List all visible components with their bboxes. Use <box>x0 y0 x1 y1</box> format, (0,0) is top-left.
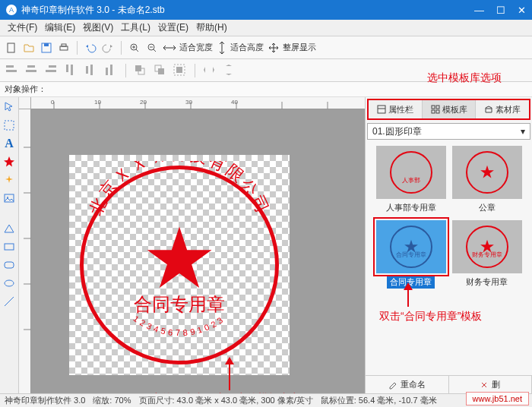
align-left-icon[interactable] <box>5 63 20 78</box>
svg-rect-13 <box>66 65 68 72</box>
status-app: 神奇印章制作软件 3.0 <box>5 395 85 406</box>
template-item-selected[interactable]: 合同专用章 合同专用章 <box>376 220 446 289</box>
arrow-head-icon <box>225 357 234 364</box>
tab-templates[interactable]: 模板库 <box>423 100 477 118</box>
svg-point-30 <box>5 280 14 286</box>
menu-tools[interactable]: 工具(L) <box>118 20 154 36</box>
right-panel: 选中模板库选项 属性栏 模板库 素材库 01.圆形印章 ▾ 人事部 人事部专用章… <box>365 97 532 393</box>
redo-icon[interactable] <box>101 41 115 55</box>
group-icon[interactable] <box>173 63 188 78</box>
ellipse-shape-icon[interactable] <box>2 276 16 290</box>
main-toolbar: 适合宽度 适合高度 整屏显示 <box>0 36 532 59</box>
svg-rect-17 <box>106 68 108 75</box>
undo-icon[interactable] <box>84 41 97 55</box>
annotation-arrow-bottom <box>229 360 230 390</box>
canvas-wrapper: 010203040 北京ＸＸＸ科技有限公司 合同专用章 <box>19 97 365 393</box>
flip-v-icon[interactable] <box>222 63 237 78</box>
rect-shape-icon[interactable] <box>2 240 16 254</box>
svg-rect-24 <box>176 67 182 73</box>
svg-rect-4 <box>62 44 66 46</box>
menu-help[interactable]: 帮助(H) <box>193 20 230 36</box>
maximize-button[interactable]: ☐ <box>496 5 505 16</box>
template-item[interactable]: 人事部 人事部专用章 <box>376 146 446 214</box>
fit-height-button[interactable]: 适合高度 <box>217 41 264 55</box>
svg-rect-15 <box>86 66 88 74</box>
fit-screen-button[interactable]: 整屏显示 <box>268 42 316 54</box>
svg-text:1234567891023: 1234567891023 <box>131 314 226 337</box>
flip-h-icon[interactable] <box>202 63 217 78</box>
menu-edit[interactable]: 编辑(E) <box>42 20 78 36</box>
zoom-in-icon[interactable] <box>128 41 141 55</box>
category-value: 01.圆形印章 <box>372 125 422 138</box>
svg-rect-3 <box>60 46 68 50</box>
tab-assets[interactable]: 素材库 <box>476 100 529 118</box>
template-grid: 人事部 人事部专用章 公章 合同专用章 合同专用章 财务专用章 财务专用章 <box>366 141 532 293</box>
sparkle-tool-icon[interactable] <box>2 173 16 187</box>
align-center-icon[interactable] <box>24 63 40 78</box>
status-page: 页面尺寸: 43.0 毫米 x 43.0 毫米, 300 像素/英寸 <box>139 395 313 406</box>
open-file-icon[interactable] <box>22 41 36 55</box>
menu-settings[interactable]: 设置(E) <box>155 20 192 36</box>
seal-preview[interactable]: 北京ＸＸＸ科技有限公司 合同专用章 1234567891023 <box>75 161 283 369</box>
svg-rect-16 <box>90 65 93 75</box>
chevron-down-icon: ▾ <box>521 126 525 137</box>
text-tool-icon[interactable]: A <box>2 137 16 150</box>
status-zoom: 缩放: 70% <box>93 395 131 406</box>
canvas-area[interactable]: 北京ＸＸＸ科技有限公司 合同专用章 1234567891023 <box>31 109 365 393</box>
new-file-icon[interactable] <box>5 41 18 55</box>
star-tool-icon[interactable] <box>2 155 16 169</box>
align-right-icon[interactable] <box>44 63 59 78</box>
print-icon[interactable] <box>57 41 71 55</box>
title-bar: A 神奇印章制作软件 3.0 - 未命名2.stb — ☐ ✕ <box>0 0 532 20</box>
svg-rect-8 <box>6 70 17 72</box>
svg-rect-56 <box>432 110 435 113</box>
window-title: 神奇印章制作软件 3.0 - 未命名2.stb <box>21 4 474 17</box>
svg-text:0: 0 <box>51 99 55 106</box>
svg-text:20: 20 <box>140 99 147 106</box>
minimize-button[interactable]: — <box>474 5 484 16</box>
menu-bar: 文件(F) 编辑(E) 视图(V) 工具(L) 设置(E) 帮助(H) <box>0 20 532 36</box>
menu-file[interactable]: 文件(F) <box>5 20 40 36</box>
select-tool-icon[interactable] <box>2 118 16 132</box>
triangle-shape-icon[interactable] <box>2 222 16 235</box>
delete-button[interactable]: 删 <box>449 376 533 393</box>
svg-rect-54 <box>432 106 435 109</box>
align-middle-icon[interactable] <box>84 63 99 78</box>
svg-rect-57 <box>436 110 439 113</box>
roundrect-shape-icon[interactable] <box>2 258 16 272</box>
svg-rect-11 <box>49 65 56 68</box>
svg-rect-9 <box>27 65 35 68</box>
image-tool-icon[interactable] <box>2 191 16 205</box>
svg-rect-55 <box>436 106 439 109</box>
seal-code-text: 1234567891023 <box>75 161 283 369</box>
tab-properties[interactable]: 属性栏 <box>369 100 423 118</box>
panel-tabs: 属性栏 模板库 素材库 <box>367 99 530 120</box>
arrow-head-icon <box>404 282 413 290</box>
svg-rect-10 <box>26 70 36 72</box>
svg-rect-18 <box>110 65 112 75</box>
template-category-select[interactable]: 01.圆形印章 ▾ <box>367 123 530 140</box>
menu-view[interactable]: 视图(V) <box>80 20 116 36</box>
watermark: www.jb51.net <box>466 392 529 405</box>
template-item[interactable]: 公章 <box>452 146 522 214</box>
fit-width-button[interactable]: 适合宽度 <box>163 42 213 53</box>
svg-rect-29 <box>5 262 14 268</box>
svg-rect-12 <box>46 70 56 72</box>
bring-front-icon[interactable] <box>133 63 148 78</box>
rename-button[interactable]: 重命名 <box>366 376 449 393</box>
save-icon[interactable] <box>40 41 53 55</box>
line-shape-icon[interactable] <box>2 295 16 308</box>
artboard[interactable]: 北京ＸＸＸ科技有限公司 合同专用章 1234567891023 <box>69 155 290 375</box>
status-bar: 神奇印章制作软件 3.0 缩放: 70% 页面尺寸: 43.0 毫米 x 43.… <box>0 393 532 407</box>
close-button[interactable]: ✕ <box>518 5 526 16</box>
send-back-icon[interactable] <box>153 63 168 78</box>
zoom-out-icon[interactable] <box>145 41 159 55</box>
op-label: 对象操作： <box>5 84 46 95</box>
ruler-vertical <box>19 109 31 393</box>
op-input[interactable] <box>46 85 527 94</box>
template-item[interactable]: 财务专用章 财务专用章 <box>452 220 522 289</box>
annotation-top: 选中模板库选项 <box>427 71 502 85</box>
align-bottom-icon[interactable] <box>103 63 119 78</box>
align-top-icon[interactable] <box>64 63 79 78</box>
pointer-tool-icon[interactable] <box>2 100 16 114</box>
